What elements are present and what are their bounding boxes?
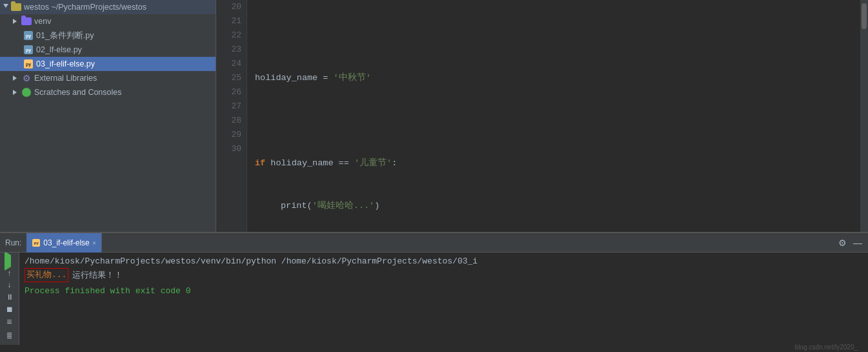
line-num-27: 27	[221, 99, 241, 114]
pause-icon: ⏸	[6, 293, 14, 302]
output-exit-line: Process finished with exit code 0	[25, 285, 863, 298]
sidebar-item-external-libs[interactable]: ⚙ External Libraries	[0, 71, 216, 85]
play-button[interactable]	[3, 255, 17, 267]
py-file-icon-2: py	[23, 45, 34, 55]
editor-scrollbar[interactable]	[860, 0, 868, 232]
run-tab-label: 03_if-elif-else	[43, 238, 89, 247]
up-button[interactable]: ↑	[3, 269, 17, 278]
run-panel: Run: py 03_if-elif-else × ⚙ — ↑ ↓	[0, 233, 868, 352]
run-toolbar-right: ⚙ —	[836, 236, 868, 249]
project-folder-icon	[11, 2, 21, 12]
venv-arrow-icon	[13, 18, 19, 25]
stop-icon: ⏹	[6, 305, 14, 315]
scratches-label: Scratches and Consoles	[34, 88, 122, 97]
pause-button[interactable]: ⏸	[3, 293, 17, 302]
code-line-20	[255, 28, 853, 43]
ext-libs-arrow-icon	[13, 75, 19, 81]
align-icon: ≣	[6, 330, 12, 341]
project-sidebar: westos ~/PycharmProjects/westos venv py …	[0, 0, 216, 232]
down-arrow-icon: ↓	[7, 281, 12, 290]
output-boxed-text: 买礼物...	[25, 268, 68, 282]
line-num-24: 24	[221, 57, 241, 71]
line-num-21: 21	[221, 14, 241, 28]
watermark: blog.csdn.net/ly2020_	[0, 344, 863, 351]
line-num-25: 25	[221, 71, 241, 85]
line-num-29: 29	[221, 128, 241, 142]
project-root-text: westos ~/PycharmProjects/westos	[24, 3, 146, 12]
run-controls-sidebar: ↑ ↓ ⏸ ⏹ ≡ ≣ 🖨 🗑	[0, 253, 19, 345]
sidebar-item-file1[interactable]: py 01_条件判断.py	[0, 28, 216, 43]
output-comment-text: 运行结果！！	[72, 269, 123, 282]
line-num-22: 22	[221, 28, 241, 43]
run-tab-close-button[interactable]: ×	[92, 239, 96, 247]
line-num-26: 26	[221, 85, 241, 99]
line-numbers: 20 21 22 23 24 25 26 27 28 29 30	[216, 0, 247, 232]
run-output: /home/kiosk/PycharmProjects/westos/venv/…	[19, 253, 868, 345]
down-button[interactable]: ↓	[3, 281, 17, 290]
run-tab-bar: Run: py 03_if-elif-else × ⚙ —	[0, 233, 868, 253]
sidebar-item-file3[interactable]: py 03_if-elif-else.py	[0, 57, 216, 71]
file1-label: 01_条件判断.py	[36, 30, 94, 41]
ext-lib-icon: ⚙	[21, 73, 32, 83]
sidebar-item-file2[interactable]: py 02_lf-else.py	[0, 43, 216, 57]
sidebar-item-venv[interactable]: venv	[0, 14, 216, 28]
line-num-23: 23	[221, 43, 241, 57]
ext-libs-label: External Libraries	[34, 74, 97, 83]
rerun-button[interactable]: ≡	[3, 317, 17, 327]
scratches-arrow-icon	[13, 89, 19, 96]
sidebar-item-scratches[interactable]: Scratches and Consoles	[0, 85, 216, 99]
minimize-icon-button[interactable]: —	[851, 236, 864, 249]
scratches-icon	[21, 87, 32, 98]
scrollbar-thumb[interactable]	[862, 3, 867, 29]
rerun-icon: ≡	[6, 317, 12, 327]
project-root-label: westos ~/PycharmProjects/westos	[24, 3, 146, 12]
play-icon	[5, 255, 15, 267]
output-line-2: 买礼物... 运行结果！！	[25, 268, 863, 282]
venv-label: venv	[34, 17, 51, 26]
stop-button[interactable]: ⏹	[3, 305, 17, 315]
code-content[interactable]: holiday_name = '中秋节' if holiday_name == …	[247, 0, 860, 232]
up-arrow-icon: ↑	[7, 269, 12, 278]
code-line-23: if holiday_name == '儿童节':	[255, 156, 853, 171]
code-area[interactable]: 20 21 22 23 24 25 26 27 28 29 30 holiday…	[216, 0, 868, 232]
align-button[interactable]: ≣	[3, 330, 17, 341]
code-line-22	[255, 114, 853, 128]
run-tab[interactable]: py 03_if-elif-else ×	[26, 233, 102, 253]
sidebar-item-project-root[interactable]: westos ~/PycharmProjects/westos	[0, 0, 216, 14]
file3-label: 03_if-elif-else.py	[36, 59, 95, 68]
code-editor: 20 21 22 23 24 25 26 27 28 29 30 holiday…	[216, 0, 868, 232]
arrow-icon	[3, 4, 9, 10]
line-num-28: 28	[221, 114, 241, 128]
settings-icon-button[interactable]: ⚙	[836, 236, 849, 249]
command-line: /home/kiosk/PycharmProjects/westos/venv/…	[25, 255, 863, 268]
file2-label: 02_lf-else.py	[36, 45, 82, 54]
line-num-30: 30	[221, 142, 241, 156]
run-tab-py-icon: py	[32, 238, 41, 247]
code-line-21: holiday_name = '中秋节'	[255, 71, 853, 85]
py-file-icon-3-active: py	[23, 59, 34, 69]
run-content: ↑ ↓ ⏸ ⏹ ≡ ≣ 🖨 🗑	[0, 253, 868, 345]
venv-folder-icon	[21, 16, 32, 26]
line-num-20: 20	[221, 0, 241, 14]
run-label: Run:	[0, 238, 26, 247]
py-file-icon-1: py	[23, 30, 34, 41]
code-line-24: print('喝娃哈哈...')	[255, 199, 853, 213]
